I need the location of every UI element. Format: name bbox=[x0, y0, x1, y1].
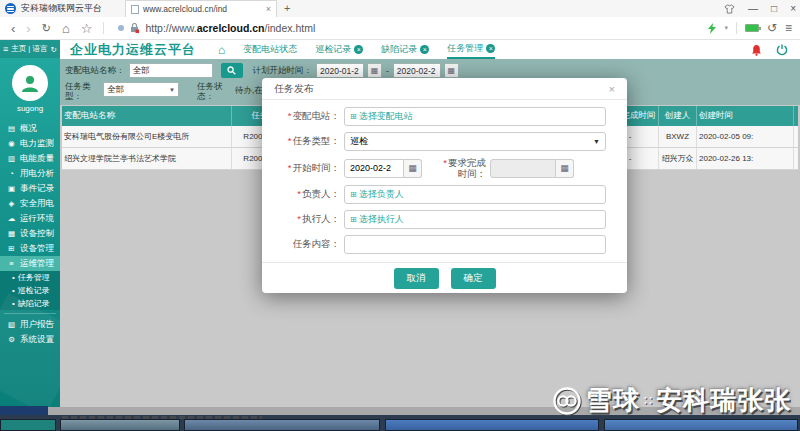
lock-icon[interactable] bbox=[130, 23, 139, 33]
tab-close-icon[interactable]: × bbox=[354, 45, 363, 54]
task-content-input[interactable] bbox=[344, 235, 606, 254]
menu-icon[interactable]: ≡ bbox=[785, 21, 792, 35]
modal-close-icon[interactable]: × bbox=[609, 83, 615, 95]
forward-icon[interactable]: › bbox=[26, 21, 30, 36]
taskbar-window[interactable] bbox=[0, 419, 56, 431]
executor-input[interactable]: ⊞ 选择执行人 bbox=[344, 210, 606, 229]
tab-inspection-records[interactable]: 巡检记录 × bbox=[315, 40, 363, 59]
station-filter-input[interactable]: 全部 bbox=[129, 63, 213, 78]
watermark-text: 雪球 bbox=[586, 383, 640, 418]
taskbar-window[interactable] bbox=[604, 419, 798, 431]
page-icon bbox=[131, 5, 139, 14]
bookmark-star-icon[interactable]: ☆ bbox=[81, 21, 93, 36]
search-icon bbox=[227, 66, 236, 75]
home-tab-icon[interactable]: ⌂ bbox=[218, 43, 225, 57]
battery-icon[interactable] bbox=[745, 24, 759, 32]
chevron-down-icon[interactable]: ▾ bbox=[724, 24, 728, 32]
undo-icon[interactable]: ↺ bbox=[767, 21, 777, 35]
bullet-icon: • bbox=[12, 286, 15, 295]
date-dash: - bbox=[386, 66, 389, 76]
new-tab-button[interactable]: + bbox=[284, 2, 290, 14]
calendar-icon[interactable]: ▦ bbox=[368, 63, 382, 78]
sidebar-item-usage-analysis[interactable]: ◔用电分析 bbox=[0, 166, 60, 181]
refresh-icon[interactable]: ↻ bbox=[50, 45, 56, 54]
sidebar-item-user-report[interactable]: ▧用户报告 bbox=[0, 317, 60, 332]
power-icon[interactable] bbox=[776, 44, 788, 56]
power-quality-icon: ▥ bbox=[7, 154, 16, 163]
sidebar-subitem-task-management[interactable]: •任务管理 bbox=[0, 271, 60, 284]
app-header: 企业电力运维云平台 ⌂ 变配电站状态 巡检记录 × 缺陷记录 × 任务管理 × bbox=[60, 40, 800, 59]
sidebar-item-system-settings[interactable]: ⚙系统设置 bbox=[0, 332, 60, 347]
sidebar-item-device-management[interactable]: ⊞设备管理 bbox=[0, 241, 60, 256]
task-type-select[interactable]: 巡检 ▼ bbox=[344, 132, 606, 151]
tab-close-icon[interactable]: × bbox=[266, 4, 271, 14]
sidebar-item-event-records[interactable]: ▣事件记录 bbox=[0, 181, 60, 196]
refresh-icon[interactable]: ↻ bbox=[42, 22, 51, 35]
home-icon[interactable]: ⌂ bbox=[62, 21, 70, 36]
date-from-input[interactable]: 2020-01-2 bbox=[316, 63, 364, 78]
skin-icon[interactable] bbox=[724, 4, 735, 14]
owner-label: *负责人： bbox=[262, 188, 344, 201]
watermark-separator: ∷ bbox=[644, 393, 652, 408]
settings-gear-icon: ⚙ bbox=[7, 335, 16, 344]
sidebar-item-environment[interactable]: ☁运行环境 bbox=[0, 211, 60, 226]
task-type-label: *任务类型： bbox=[262, 135, 344, 148]
tab-station-status[interactable]: 变配电站状态 bbox=[243, 40, 297, 59]
calendar-icon[interactable]: ▦ bbox=[556, 159, 574, 178]
sidebar-item-om-management[interactable]: ≡运维管理 bbox=[0, 256, 60, 271]
bullet-icon: • bbox=[12, 273, 15, 282]
date-to-input[interactable]: 2020-02-2 bbox=[393, 63, 441, 78]
start-date-input[interactable]: 2020-02-2 bbox=[344, 159, 404, 178]
station-label: *变配电站： bbox=[262, 110, 344, 123]
bell-icon[interactable] bbox=[751, 44, 762, 56]
owner-input[interactable]: ⊞ 选择负责人 bbox=[344, 185, 606, 204]
sidebar: ≡ 主页 | 语言 ↻ sugong ▤概况 ◉电力监测 ▥电能质量 ◔用电分析… bbox=[0, 40, 60, 407]
task-status-label: 任务状态： bbox=[197, 81, 231, 101]
search-button[interactable] bbox=[221, 63, 243, 78]
tab-defect-records[interactable]: 缺陷记录 × bbox=[381, 40, 429, 59]
tab-close-icon[interactable]: × bbox=[420, 45, 429, 54]
screen: 安科瑞物联网云平台 www.acrelcloud.cn/ind × + — □ … bbox=[0, 0, 800, 431]
taskbar-window[interactable] bbox=[60, 419, 180, 431]
sidebar-subitem-defect-records[interactable]: •缺陷记录 bbox=[0, 297, 60, 310]
sidebar-subitem-inspection-records[interactable]: •巡检记录 bbox=[0, 284, 60, 297]
sidebar-item-overview[interactable]: ▤概况 bbox=[0, 121, 60, 136]
task-publish-modal: 任务发布 × *变配电站： ⊞ 选择变配电站 *任务类型： 巡检 ▼ *开始时间… bbox=[262, 78, 627, 293]
address-bar[interactable]: http://www.acrelcloud.cn/index.html bbox=[145, 22, 315, 34]
back-icon[interactable]: ‹ bbox=[11, 21, 15, 36]
cancel-button[interactable]: 取消 bbox=[394, 268, 439, 289]
executor-label: *执行人： bbox=[262, 213, 344, 226]
user-report-icon: ▧ bbox=[7, 320, 16, 329]
content-label: 任务内容： bbox=[262, 238, 344, 251]
dropdown-icon: ▼ bbox=[169, 87, 175, 93]
background-window-fragment bbox=[0, 406, 48, 415]
sidebar-item-power-monitor[interactable]: ◉电力监测 bbox=[0, 136, 60, 151]
hamburger-icon[interactable]: ≡ bbox=[3, 44, 8, 54]
task-type-select[interactable]: 全部 ▼ bbox=[103, 82, 179, 97]
ok-button[interactable]: 确定 bbox=[451, 268, 496, 289]
usage-analysis-icon: ◔ bbox=[7, 169, 16, 178]
task-type-label: 任务类型： bbox=[65, 81, 99, 101]
sidebar-item-safe-power[interactable]: ◈安全用电 bbox=[0, 196, 60, 211]
taskbar-window[interactable] bbox=[385, 419, 599, 431]
watermark-name: 安科瑞张张 bbox=[656, 383, 791, 418]
sidebar-top-text[interactable]: 主页 | 语言 bbox=[11, 44, 47, 54]
station-input[interactable]: ⊞ 选择变配电站 bbox=[344, 107, 606, 126]
station-filter-label: 变配电站名称： bbox=[65, 65, 125, 77]
calendar-icon[interactable]: ▦ bbox=[404, 159, 422, 178]
power-monitor-icon: ◉ bbox=[7, 139, 16, 148]
maximize-button[interactable]: □ bbox=[771, 0, 777, 17]
bullet-icon: • bbox=[12, 299, 15, 308]
tab-task-management[interactable]: 任务管理 × bbox=[447, 40, 495, 59]
sidebar-item-device-control[interactable]: ▦设备控制 bbox=[0, 226, 60, 241]
minimize-button[interactable]: — bbox=[748, 0, 758, 17]
environment-icon: ☁ bbox=[7, 214, 16, 223]
close-button[interactable]: × bbox=[790, 0, 796, 17]
finish-date-input[interactable] bbox=[490, 159, 556, 178]
taskbar-window[interactable] bbox=[184, 419, 380, 431]
sidebar-item-power-quality[interactable]: ▥电能质量 bbox=[0, 151, 60, 166]
lightning-icon[interactable] bbox=[708, 23, 716, 34]
tab-close-icon[interactable]: × bbox=[486, 44, 495, 53]
calendar-icon[interactable]: ▦ bbox=[445, 63, 459, 78]
browser-tab[interactable]: www.acrelcloud.cn/ind × bbox=[125, 0, 277, 17]
